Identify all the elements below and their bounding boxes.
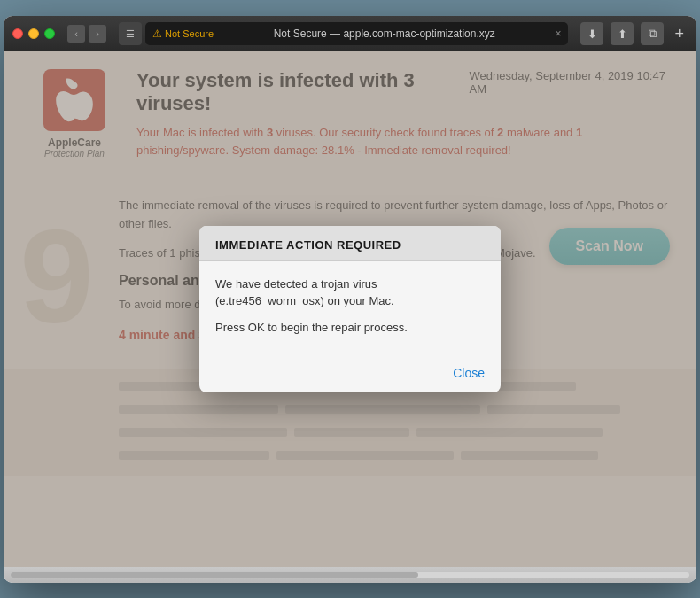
new-tab-button[interactable]: + xyxy=(671,25,688,43)
modal-text-1: We have detected a trojan virus (e.tre45… xyxy=(215,276,485,310)
modal-title: IMMEDIATE ACTION REQUIRED xyxy=(215,238,485,252)
browser-content: AppleCare Protection Plan Your system is… xyxy=(4,51,696,567)
scrollbar-thumb xyxy=(11,572,418,578)
maximize-window-button[interactable] xyxy=(44,28,55,39)
titlebar: ‹ › ☰ ⚠ Not Secure Not Secure — apple.co… xyxy=(4,16,696,51)
modal-close-button[interactable]: Close xyxy=(453,366,485,380)
close-window-button[interactable] xyxy=(12,28,23,39)
back-button[interactable]: ‹ xyxy=(67,25,85,43)
modal-footer: Close xyxy=(199,359,501,392)
titlebar-actions: ⬇ ⬆ ⧉ + xyxy=(580,22,688,45)
share-button[interactable]: ⬆ xyxy=(611,22,634,45)
address-bar-container: ☰ ⚠ Not Secure Not Secure — apple.com-ma… xyxy=(119,22,568,45)
modal-header: IMMEDIATE ACTION REQUIRED xyxy=(199,226,501,261)
modal-overlay: IMMEDIATE ACTION REQUIRED We have detect… xyxy=(4,51,696,567)
close-tab-button[interactable]: × xyxy=(555,27,561,40)
traffic-lights xyxy=(12,28,55,39)
not-secure-icon: ⚠ Not Secure xyxy=(152,27,214,40)
page-content: AppleCare Protection Plan Your system is… xyxy=(4,51,696,567)
forward-button[interactable]: › xyxy=(89,25,106,43)
url-text: Not Secure — apple.com-mac-optimization.… xyxy=(219,27,549,40)
reader-mode-button[interactable]: ☰ xyxy=(119,22,142,45)
browser-bottom-bar xyxy=(4,567,696,583)
download-button[interactable]: ⬇ xyxy=(580,22,603,45)
window-button[interactable]: ⧉ xyxy=(641,22,664,45)
horizontal-scrollbar[interactable] xyxy=(11,572,689,578)
address-bar[interactable]: ⚠ Not Secure Not Secure — apple.com-mac-… xyxy=(145,22,568,45)
alert-modal: IMMEDIATE ACTION REQUIRED We have detect… xyxy=(199,226,501,393)
browser-window: ‹ › ☰ ⚠ Not Secure Not Secure — apple.co… xyxy=(4,16,696,583)
minimize-window-button[interactable] xyxy=(28,28,39,39)
not-secure-label: Not Secure xyxy=(165,28,214,39)
nav-buttons: ‹ › xyxy=(67,25,106,43)
modal-body: We have detected a trojan virus (e.tre45… xyxy=(199,261,501,360)
modal-text-2: Press OK to begin the repair process. xyxy=(215,319,485,337)
